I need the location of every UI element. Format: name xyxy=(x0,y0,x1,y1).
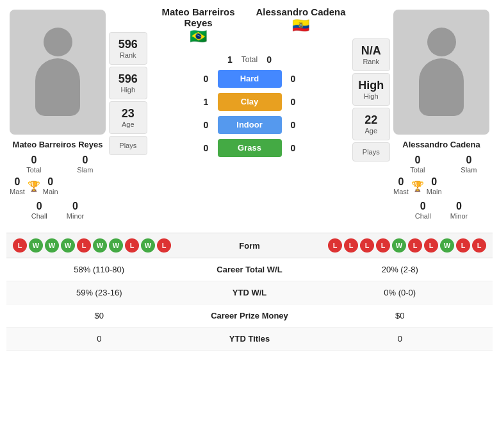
form-badge: L xyxy=(125,238,139,253)
player2-photo xyxy=(393,10,489,135)
prize-p1: $0 xyxy=(13,311,186,320)
form-badge: L xyxy=(157,238,171,253)
career-wl-label: Career Total W/L xyxy=(186,265,314,274)
player1-plays-label: Plays xyxy=(113,142,143,149)
indoor-button[interactable]: Indoor xyxy=(218,116,282,134)
form-badge: L xyxy=(472,238,486,253)
form-badge: L xyxy=(328,238,342,253)
hard-row: 0 Hard 0 xyxy=(147,70,352,88)
ytd-wl-row: 59% (23-16) YTD W/L 0% (0-0) xyxy=(6,281,493,304)
form-badge: W xyxy=(141,238,155,253)
player2-name: Alessandro Cadena xyxy=(402,140,480,149)
ytd-wl-p2: 0% (0-0) xyxy=(314,288,487,297)
player1-form: LWWWLWWLWL xyxy=(13,238,202,253)
ytd-wl-p1: 59% (23-16) xyxy=(13,288,186,297)
player1-rank-value: 596 xyxy=(113,38,143,51)
player1-card: Mateo Barreiros Reyes 0 Total 0 Slam 0 M… xyxy=(6,6,109,223)
player2-plays-label: Plays xyxy=(356,148,387,156)
player2-card: Alessandro Cadena 0 Total 0 Slam 0 Mast … xyxy=(390,6,493,223)
form-badge: W xyxy=(29,238,43,253)
player2-trophy-icon: 🏆 xyxy=(411,180,424,192)
player1-plays-box: Plays xyxy=(109,136,147,155)
hard-p1: 0 xyxy=(200,74,213,84)
career-wl-p2: 20% (2-8) xyxy=(314,265,487,274)
player1-total: 0 xyxy=(31,154,37,166)
comparison-rows: 1 Total 0 0 Hard 0 1 Clay 0 0 xyxy=(147,54,352,162)
form-badge: L xyxy=(13,238,27,253)
form-badge: W xyxy=(93,238,107,253)
player2-age-box: 22 Age xyxy=(352,108,391,140)
player2-total: 0 xyxy=(414,154,420,166)
prize-p2: $0 xyxy=(314,311,487,320)
player1-age-box: 23 Age xyxy=(109,101,147,134)
prize-label: Career Prize Money xyxy=(186,311,314,320)
grass-p2: 0 xyxy=(287,143,300,153)
career-wl-row: 58% (110-80) Career Total W/L 20% (2-8) xyxy=(6,258,493,281)
player2-center-name: Alessandro Cadena xyxy=(256,6,345,17)
total-p2: 0 xyxy=(263,54,275,65)
player1-trophy-icon: 🏆 xyxy=(28,180,40,192)
player1-minor: 0 xyxy=(72,201,78,212)
form-badge: L xyxy=(344,238,358,253)
titles-p2: 0 xyxy=(314,334,487,344)
player2-high-value: High xyxy=(356,79,387,92)
titles-row: 0 YTD Titles 0 xyxy=(6,328,493,351)
form-badge: W xyxy=(45,238,59,253)
player2-form: LLLLWLLWLL xyxy=(298,238,487,253)
total-label: Total xyxy=(241,55,258,64)
indoor-p2: 0 xyxy=(287,120,300,130)
hard-p2: 0 xyxy=(287,74,300,84)
player2-slam: 0 xyxy=(466,154,471,166)
hard-button[interactable]: Hard xyxy=(218,70,282,88)
form-badge: L xyxy=(376,238,390,253)
player1-high-value: 596 xyxy=(113,72,143,86)
grass-row: 0 Grass 0 xyxy=(147,139,352,157)
form-badge: L xyxy=(360,238,374,253)
player1-high-box: 596 High xyxy=(109,67,147,99)
ytd-wl-label: YTD W/L xyxy=(186,288,314,297)
player2-rank-box: N/A Rank xyxy=(352,38,391,71)
clay-row: 1 Clay 0 xyxy=(147,93,352,111)
player1-center-name: Mateo Barreiros Reyes xyxy=(147,6,250,28)
player2-main: 0 xyxy=(431,176,437,188)
player2-minor: 0 xyxy=(456,201,462,212)
player1-photo xyxy=(10,10,106,135)
total-p1: 1 xyxy=(224,54,236,65)
player2-info-card: N/A Rank High High 22 Age Plays xyxy=(352,38,391,162)
player2-age-value: 22 xyxy=(356,113,387,127)
grass-button[interactable]: Grass xyxy=(218,139,282,157)
form-badge: L xyxy=(77,238,91,253)
form-row: LWWWLWWLWL Form LLLLWLLWLL xyxy=(6,233,493,258)
player1-age-value: 23 xyxy=(113,107,143,120)
player1-info-card: 596 Rank 596 High 23 Age Plays xyxy=(109,32,147,155)
indoor-row: 0 Indoor 0 xyxy=(147,116,352,134)
player1-slam: 0 xyxy=(82,154,88,166)
player2-mast: 0 xyxy=(398,176,404,188)
player2-plays-box: Plays xyxy=(352,142,391,162)
grass-p1: 0 xyxy=(200,143,213,153)
player1-stats: 0 Total 0 Slam 0 Mast 🏆 0 Main xyxy=(10,154,106,220)
player1-mast: 0 xyxy=(14,176,20,188)
clay-button[interactable]: Clay xyxy=(218,93,282,111)
form-badge: L xyxy=(456,238,470,253)
total-row: 1 Total 0 xyxy=(147,54,352,65)
player2-silhouette xyxy=(416,28,467,117)
player1-chall: 0 xyxy=(37,201,42,212)
player1-main: 0 xyxy=(47,176,53,188)
player2-chall: 0 xyxy=(420,201,426,212)
form-badge: W xyxy=(109,238,123,253)
player1-name: Mateo Barreiros Reyes xyxy=(13,140,103,149)
form-badge: L xyxy=(424,238,438,253)
player2-flag: 🇪🇨 xyxy=(292,17,309,34)
player1-flag: 🇧🇷 xyxy=(190,28,207,45)
titles-label: YTD Titles xyxy=(186,334,314,344)
clay-p2: 0 xyxy=(287,97,300,107)
player1-silhouette xyxy=(32,28,83,117)
form-badge: W xyxy=(61,238,75,253)
indoor-p1: 0 xyxy=(200,120,213,130)
center-comparison: Mateo Barreiros Reyes 🇧🇷 Alessandro Cade… xyxy=(147,6,352,162)
clay-p1: 1 xyxy=(200,97,213,107)
form-badge: L xyxy=(408,238,422,253)
player1-rank-box: 596 Rank xyxy=(109,32,147,65)
form-label: Form xyxy=(202,241,298,251)
